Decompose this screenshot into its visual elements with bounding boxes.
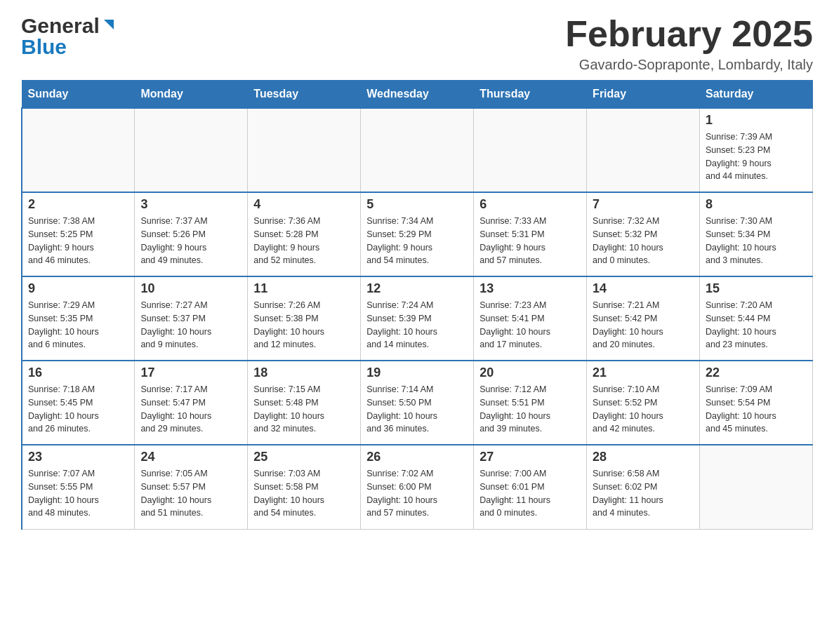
day-number: 4: [253, 197, 355, 212]
day-info: Sunrise: 7:00 AM Sunset: 6:01 PM Dayligh…: [479, 467, 581, 520]
day-info: Sunrise: 7:23 AM Sunset: 5:41 PM Dayligh…: [479, 299, 581, 351]
day-number: 12: [366, 281, 468, 296]
calendar-cell: 4Sunrise: 7:36 AM Sunset: 5:28 PM Daylig…: [248, 192, 361, 276]
day-info: Sunrise: 6:58 AM Sunset: 6:02 PM Dayligh…: [593, 467, 694, 520]
day-number: 27: [479, 450, 581, 464]
calendar-cell: 21Sunrise: 7:10 AM Sunset: 5:52 PM Dayli…: [587, 361, 700, 445]
calendar-cell: 1Sunrise: 7:39 AM Sunset: 5:23 PM Daylig…: [700, 108, 813, 192]
calendar-cell: 24Sunrise: 7:05 AM Sunset: 5:57 PM Dayli…: [135, 445, 248, 529]
calendar-cell: 22Sunrise: 7:09 AM Sunset: 5:54 PM Dayli…: [700, 361, 813, 445]
day-number: 21: [593, 365, 694, 380]
day-number: 1: [706, 113, 807, 128]
calendar-cell: 18Sunrise: 7:15 AM Sunset: 5:48 PM Dayli…: [248, 361, 361, 445]
day-info: Sunrise: 7:36 AM Sunset: 5:28 PM Dayligh…: [253, 215, 355, 267]
day-number: 26: [366, 450, 468, 464]
day-number: 18: [253, 365, 355, 380]
day-number: 13: [479, 281, 581, 296]
day-info: Sunrise: 7:29 AM Sunset: 5:35 PM Dayligh…: [28, 299, 128, 351]
weekday-header-row: SundayMondayTuesdayWednesdayThursdayFrid…: [22, 81, 813, 109]
weekday-header-monday: Monday: [135, 81, 248, 109]
day-number: 16: [28, 365, 128, 380]
day-info: Sunrise: 7:14 AM Sunset: 5:50 PM Dayligh…: [366, 383, 468, 436]
day-number: 5: [366, 197, 468, 212]
calendar-cell: 16Sunrise: 7:18 AM Sunset: 5:45 PM Dayli…: [22, 361, 135, 445]
day-info: Sunrise: 7:02 AM Sunset: 6:00 PM Dayligh…: [366, 467, 468, 520]
calendar-cell: 26Sunrise: 7:02 AM Sunset: 6:00 PM Dayli…: [361, 445, 474, 529]
week-row-1: 1Sunrise: 7:39 AM Sunset: 5:23 PM Daylig…: [22, 108, 813, 192]
logo-general-text: General: [21, 14, 100, 38]
calendar-cell: 15Sunrise: 7:20 AM Sunset: 5:44 PM Dayli…: [700, 276, 813, 361]
day-info: Sunrise: 7:03 AM Sunset: 5:58 PM Dayligh…: [253, 467, 355, 520]
calendar-cell: 2Sunrise: 7:38 AM Sunset: 5:25 PM Daylig…: [22, 192, 135, 276]
calendar-cell: 8Sunrise: 7:30 AM Sunset: 5:34 PM Daylig…: [700, 192, 813, 276]
calendar-cell: 13Sunrise: 7:23 AM Sunset: 5:41 PM Dayli…: [474, 276, 587, 361]
day-info: Sunrise: 7:24 AM Sunset: 5:39 PM Dayligh…: [366, 299, 468, 351]
calendar-cell: 6Sunrise: 7:33 AM Sunset: 5:31 PM Daylig…: [474, 192, 587, 276]
day-number: 15: [706, 281, 807, 296]
calendar-cell: 14Sunrise: 7:21 AM Sunset: 5:42 PM Dayli…: [587, 276, 700, 361]
day-number: 22: [706, 365, 807, 380]
weekday-header-wednesday: Wednesday: [361, 81, 474, 109]
calendar-cell: [587, 108, 700, 192]
day-info: Sunrise: 7:39 AM Sunset: 5:23 PM Dayligh…: [706, 130, 807, 183]
calendar-cell: 17Sunrise: 7:17 AM Sunset: 5:47 PM Dayli…: [135, 361, 248, 445]
day-info: Sunrise: 7:12 AM Sunset: 5:51 PM Dayligh…: [479, 383, 581, 436]
calendar-cell: [474, 108, 587, 192]
day-number: 6: [479, 197, 581, 212]
day-info: Sunrise: 7:30 AM Sunset: 5:34 PM Dayligh…: [706, 215, 807, 267]
calendar-cell: 5Sunrise: 7:34 AM Sunset: 5:29 PM Daylig…: [361, 192, 474, 276]
logo-triangle-icon: [101, 17, 117, 32]
day-number: 25: [253, 450, 355, 464]
day-info: Sunrise: 7:17 AM Sunset: 5:47 PM Dayligh…: [140, 383, 241, 436]
svg-marker-0: [104, 20, 114, 29]
day-info: Sunrise: 7:27 AM Sunset: 5:37 PM Dayligh…: [140, 299, 241, 351]
day-info: Sunrise: 7:37 AM Sunset: 5:26 PM Dayligh…: [140, 215, 241, 267]
weekday-header-friday: Friday: [587, 81, 700, 109]
day-number: 7: [593, 197, 694, 212]
calendar-cell: 9Sunrise: 7:29 AM Sunset: 5:35 PM Daylig…: [22, 276, 135, 361]
weekday-header-thursday: Thursday: [474, 81, 587, 109]
day-info: Sunrise: 7:10 AM Sunset: 5:52 PM Dayligh…: [593, 383, 694, 436]
calendar-cell: [22, 108, 135, 192]
week-row-2: 2Sunrise: 7:38 AM Sunset: 5:25 PM Daylig…: [22, 192, 813, 276]
day-number: 9: [28, 281, 128, 296]
calendar-subtitle: Gavardo-Sopraponte, Lombardy, Italy: [565, 57, 813, 73]
day-number: 11: [253, 281, 355, 296]
calendar-cell: 3Sunrise: 7:37 AM Sunset: 5:26 PM Daylig…: [135, 192, 248, 276]
day-info: Sunrise: 7:15 AM Sunset: 5:48 PM Dayligh…: [253, 383, 355, 436]
calendar-cell: 25Sunrise: 7:03 AM Sunset: 5:58 PM Dayli…: [248, 445, 361, 529]
calendar-cell: 23Sunrise: 7:07 AM Sunset: 5:55 PM Dayli…: [22, 445, 135, 529]
week-row-4: 16Sunrise: 7:18 AM Sunset: 5:45 PM Dayli…: [22, 361, 813, 445]
week-row-3: 9Sunrise: 7:29 AM Sunset: 5:35 PM Daylig…: [22, 276, 813, 361]
day-number: 2: [28, 197, 128, 212]
day-number: 14: [593, 281, 694, 296]
day-info: Sunrise: 7:33 AM Sunset: 5:31 PM Dayligh…: [479, 215, 581, 267]
logo-blue-text: Blue: [21, 35, 67, 59]
day-number: 3: [140, 197, 241, 212]
day-number: 23: [28, 450, 128, 464]
calendar-cell: [361, 108, 474, 192]
day-info: Sunrise: 7:21 AM Sunset: 5:42 PM Dayligh…: [593, 299, 694, 351]
calendar-cell: 27Sunrise: 7:00 AM Sunset: 6:01 PM Dayli…: [474, 445, 587, 529]
calendar-cell: [135, 108, 248, 192]
day-number: 8: [706, 197, 807, 212]
weekday-header-sunday: Sunday: [22, 81, 135, 109]
day-info: Sunrise: 7:26 AM Sunset: 5:38 PM Dayligh…: [253, 299, 355, 351]
day-info: Sunrise: 7:20 AM Sunset: 5:44 PM Dayligh…: [706, 299, 807, 351]
calendar-title: February 2025: [565, 14, 813, 54]
day-info: Sunrise: 7:18 AM Sunset: 5:45 PM Dayligh…: [28, 383, 128, 436]
calendar-cell: [700, 445, 813, 529]
weekday-header-tuesday: Tuesday: [248, 81, 361, 109]
day-info: Sunrise: 7:09 AM Sunset: 5:54 PM Dayligh…: [706, 383, 807, 436]
day-info: Sunrise: 7:38 AM Sunset: 5:25 PM Dayligh…: [28, 215, 128, 267]
title-block: February 2025 Gavardo-Sopraponte, Lombar…: [565, 14, 813, 73]
day-number: 24: [140, 450, 241, 464]
day-number: 20: [479, 365, 581, 380]
calendar-cell: 12Sunrise: 7:24 AM Sunset: 5:39 PM Dayli…: [361, 276, 474, 361]
calendar-cell: 7Sunrise: 7:32 AM Sunset: 5:32 PM Daylig…: [587, 192, 700, 276]
calendar-cell: 28Sunrise: 6:58 AM Sunset: 6:02 PM Dayli…: [587, 445, 700, 529]
logo: General Blue: [21, 14, 117, 59]
day-info: Sunrise: 7:07 AM Sunset: 5:55 PM Dayligh…: [28, 467, 128, 520]
page-header: General Blue February 2025 Gavardo-Sopra…: [21, 14, 813, 73]
calendar-cell: 10Sunrise: 7:27 AM Sunset: 5:37 PM Dayli…: [135, 276, 248, 361]
